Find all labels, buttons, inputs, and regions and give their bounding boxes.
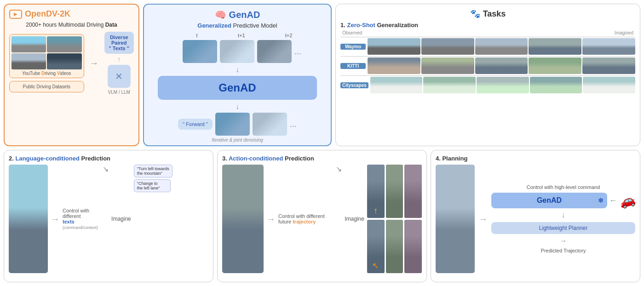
control-with-text: Control with differenttexts (command/con…: [63, 208, 100, 230]
city-img-3: [477, 77, 529, 93]
panel-task2: 2. Language-conditioned Prediction → Con…: [4, 150, 213, 282]
planning-genad-row: GenAD ❄ ← 🚗: [491, 193, 635, 208]
task3-imagine-arrow: ↘: [336, 165, 342, 273]
panel-task4: 4. Planning → Control with high-level co…: [431, 150, 640, 282]
task2-arrow: →: [51, 165, 60, 273]
frame-t: [183, 40, 217, 63]
yt-img-3: [12, 53, 46, 69]
task3-main-img: [222, 165, 264, 273]
public-box: Public Driving Datasets: [9, 81, 84, 92]
city-img-5: [583, 77, 635, 93]
time-t1: t+1: [238, 33, 245, 38]
panel-opendv: ▶ OpenDV-2K 2000+ hours Multimodal Drivi…: [4, 4, 139, 146]
frame-t2: [257, 40, 292, 63]
task4-car-arrow: ←: [609, 196, 617, 206]
left-boxes: YouTube Driving Videos Public Driving Da…: [9, 34, 84, 92]
waymo-img-2: [421, 38, 474, 55]
text-bubble-1: "Turn left towardsthe mountain": [134, 165, 172, 177]
vlm-label: VLM / LLM: [108, 90, 130, 95]
frame-t1: [220, 40, 254, 63]
imagined-label: Imagined: [615, 30, 633, 35]
cityscapes-label: Cityscapes: [340, 82, 368, 88]
observed-label: Observed: [342, 30, 362, 35]
traj-img-3: [404, 165, 422, 218]
cross-merge-icon: ✕: [108, 65, 131, 88]
text-bubble-2: "Change tothe left lane": [134, 179, 171, 192]
task3-control: Control with differentfuture trajectory: [278, 165, 333, 273]
arrow-to-vlm: →: [90, 58, 99, 69]
kitti-img-3: [475, 57, 528, 74]
task4-title: 4. Planning: [436, 155, 635, 162]
task2-main-img: [9, 165, 48, 273]
task4-arrow-left: →: [478, 165, 488, 273]
panel-genad: 🧠 GenAD Generalized Predictive Model t t…: [143, 4, 332, 146]
waymo-img-5: [582, 38, 635, 55]
yt-box: YouTube Driving Videos: [9, 34, 84, 78]
task4-planner-label: Lightweight Planner: [539, 225, 587, 231]
opendv-subtitle: 2000+ hours Multimodal Driving Data: [9, 22, 134, 28]
tasks-header: 🐾 Tasks: [340, 9, 635, 19]
output-frames: " Forward " ...: [149, 113, 326, 136]
iterative-label: Iterative & joint denoising: [149, 137, 326, 143]
task4-control-text: Control with high-level command: [527, 184, 600, 190]
kitti-img-4: [529, 57, 581, 74]
kitti-row: KITTI: [340, 57, 635, 74]
time-t2: t+2: [285, 33, 293, 38]
genad-header: 🧠 GenAD: [149, 9, 326, 20]
task2-control: Control with differenttexts (command/con…: [63, 165, 100, 273]
observed-imagined-labels: Observed Imagined: [340, 30, 635, 35]
divider-1: [340, 37, 635, 37]
car-icon: 🚗: [617, 191, 637, 210]
control-with-traj: Control with differentfuture trajectory: [278, 213, 333, 224]
waymo-row: Waymo: [340, 38, 635, 55]
time-t: t: [196, 33, 198, 38]
traj-row-1: ↑: [367, 165, 422, 218]
task4-genad-box: GenAD ❄: [491, 193, 607, 208]
traj-arrow-yellow: ↑: [374, 206, 378, 216]
traj-row-2: ↖: [367, 220, 422, 273]
traj-img-4: ↖: [367, 220, 385, 273]
traj-img-6: [404, 220, 422, 273]
snowflake-icon: ❄: [598, 197, 604, 204]
out-frame-1: [215, 113, 250, 136]
top-row: ▶ OpenDV-2K 2000+ hours Multimodal Drivi…: [4, 4, 640, 146]
task4-predicted-label: Predicted Trajectory: [541, 248, 586, 253]
city-img-1: [370, 77, 423, 93]
task4-main-img: [436, 165, 475, 273]
opendv-content: YouTube Driving Videos Public Driving Da…: [9, 32, 134, 95]
traj-img-1: ↑: [367, 165, 385, 218]
tasks-icon: 🐾: [470, 9, 480, 19]
kitti-img-2: [421, 57, 474, 74]
arrow-down-1: ↓: [149, 66, 326, 74]
dots-2: ...: [290, 120, 297, 129]
traj-arrow-orange: ↖: [372, 261, 379, 271]
task2-scene-rows: "Turn left towardsthe mountain" "Change …: [134, 165, 208, 273]
yt-img-1: [12, 36, 46, 52]
input-frames: ...: [149, 40, 326, 63]
arrow-up-vlm: ↑: [117, 56, 121, 63]
tasks-title-text: Tasks: [483, 9, 506, 19]
divider-2: [340, 56, 635, 57]
waymo-img-4: [529, 38, 581, 55]
text-row-1: "Turn left towardsthe mountain": [134, 165, 208, 177]
divider-3: [340, 75, 635, 76]
task3-imagine-label: Imagine: [345, 165, 364, 273]
waymo-img-1: [368, 38, 420, 55]
genad-header-title: GenAD: [229, 10, 260, 20]
task1-title: 1. Zero-Shot Generalization: [340, 22, 635, 29]
play-icon: ▶: [9, 10, 22, 19]
text-row-2: "Change tothe left lane": [134, 179, 208, 192]
panel-task3: 3. Action-conditioned Prediction → Contr…: [217, 150, 427, 282]
diverse-label: DiversePaired" Texts ": [109, 34, 129, 51]
yt-img-4: [47, 53, 81, 69]
task3-right: ↑ ↖: [367, 165, 422, 273]
kitti-imgs: [368, 57, 635, 74]
forward-label: " Forward ": [178, 119, 212, 130]
opendv-title: OpenDV-2K: [25, 9, 70, 19]
planning-down-arrow: ↓: [562, 211, 565, 219]
task2-imagine-label: Imagine: [111, 165, 131, 273]
task4-planner-box: Lightweight Planner: [491, 222, 635, 234]
main-container: ▶ OpenDV-2K 2000+ hours Multimodal Drivi…: [0, 0, 644, 286]
yt-img-grid: [12, 36, 82, 69]
genad-model-box: GenAD: [158, 76, 317, 100]
